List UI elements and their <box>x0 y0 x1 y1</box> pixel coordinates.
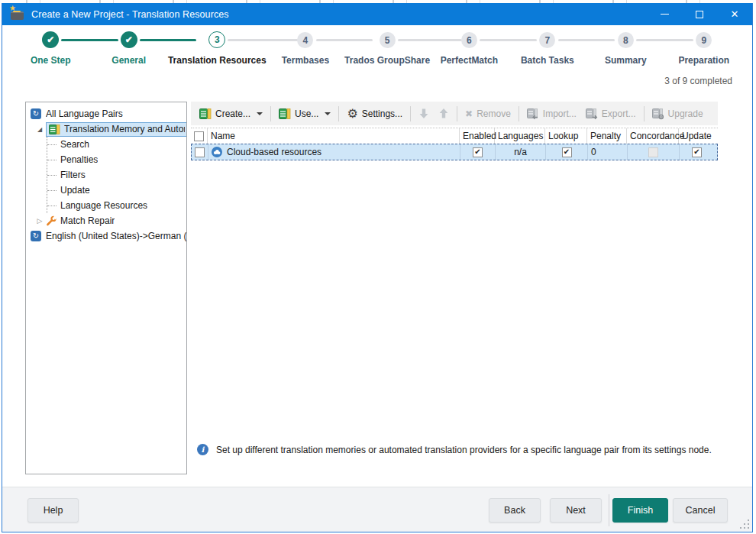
column-header-penalty[interactable]: Penalty <box>587 128 627 144</box>
resource-name: Cloud-based resources <box>227 147 321 157</box>
update-checkbox[interactable] <box>692 147 702 157</box>
wizard-step-termbases[interactable]: 4 Termbases <box>267 31 344 66</box>
finish-button[interactable]: Finish <box>612 498 668 523</box>
row-select-checkbox[interactable] <box>195 147 205 157</box>
minimize-button[interactable] <box>647 3 682 25</box>
expand-collapsed-icon[interactable]: ▷ <box>36 217 44 225</box>
lookup-checkbox[interactable] <box>562 147 572 157</box>
table-header-row: Name Enabled Languages Lookup Penalty Co… <box>191 128 718 144</box>
footer-divider <box>609 494 609 526</box>
toolbar-separator <box>644 106 645 121</box>
help-button[interactable]: Help <box>27 498 79 523</box>
step-completed-check-icon: ✔ <box>42 31 59 48</box>
move-up-button[interactable] <box>434 105 454 121</box>
arrow-down-icon <box>418 108 429 119</box>
maximize-button[interactable] <box>682 3 717 25</box>
info-icon: i <box>197 444 208 455</box>
maximize-icon <box>696 11 703 18</box>
titlebar: ★ Create a New Project - Translation Res… <box>2 3 752 25</box>
remove-button[interactable]: ✖ Remove <box>460 106 515 121</box>
toolbar-separator <box>338 106 339 121</box>
minimize-icon <box>661 14 669 15</box>
wizard-step-batch-tasks[interactable]: 7 Batch Tasks <box>509 31 586 66</box>
wizard-step-summary[interactable]: 8 Summary <box>586 31 664 66</box>
tree-item-penalties[interactable]: Penalties <box>47 152 186 167</box>
database-import-icon <box>527 108 539 120</box>
step-number: 4 <box>297 32 313 48</box>
gear-icon: ⚙ <box>347 108 357 120</box>
step-number: 5 <box>380 32 396 48</box>
settings-button[interactable]: ⚙ Settings... <box>342 105 407 122</box>
import-button[interactable]: Import... <box>522 105 581 122</box>
cancel-button[interactable]: Cancel <box>673 498 728 523</box>
collapse-expanded-icon[interactable]: ◢ <box>36 126 44 133</box>
resize-grip-icon[interactable] <box>738 518 749 529</box>
column-header-enabled[interactable]: Enabled <box>460 128 495 144</box>
column-header-name[interactable]: Name <box>208 128 460 144</box>
toolbar-separator <box>519 106 519 121</box>
progress-status: 3 of 9 completed <box>664 76 732 86</box>
chevron-down-icon <box>325 112 331 115</box>
export-button[interactable]: Export... <box>581 105 641 122</box>
close-icon: ✕ <box>731 9 739 19</box>
cloud-icon <box>212 147 222 157</box>
step-number: 9 <box>696 32 712 48</box>
translation-resources-panel: Create... Use... ⚙ Settings... <box>191 102 718 160</box>
settings-tree-panel: ↻ All Language Pairs ◢ Translation Memor… <box>25 102 187 474</box>
table-row-cloud-resources[interactable]: Cloud-based resources n/a 0 <box>191 144 718 160</box>
toolbar-separator <box>457 106 457 121</box>
chevron-down-icon <box>257 112 263 115</box>
database-upgrade-icon <box>652 108 664 120</box>
tree-item-language-pair-en-de[interactable]: ↻ English (United States)->German (Ge <box>26 228 186 244</box>
arrow-up-icon <box>438 108 449 119</box>
tree-item-language-resources[interactable]: Language Resources <box>47 198 186 213</box>
tree-children-group: Search Penalties Filters Update Language… <box>47 137 186 213</box>
step-number: 6 <box>461 32 477 48</box>
tree-item-search[interactable]: Search <box>47 137 186 152</box>
trados-project-icon: ★ <box>11 9 24 20</box>
upgrade-button[interactable]: Upgrade <box>648 105 708 122</box>
wizard-step-one-step[interactable]: ✔ One Step <box>11 31 89 66</box>
tree-item-translation-memory[interactable]: ◢ Translation Memory and Automa <box>26 121 186 137</box>
close-button[interactable]: ✕ <box>717 3 752 25</box>
column-header-languages[interactable]: Languages <box>495 128 545 144</box>
languages-value: n/a <box>496 144 546 160</box>
penalty-value[interactable]: 0 <box>588 144 628 160</box>
step-number: 7 <box>539 32 555 48</box>
wizard-step-perfectmatch[interactable]: 6 PerfectMatch <box>430 31 508 66</box>
dialog-footer: Help Back Next Finish Cancel <box>2 487 752 532</box>
step-number: 8 <box>618 32 634 48</box>
column-header-lookup[interactable]: Lookup <box>545 128 587 144</box>
back-button[interactable]: Back <box>489 498 541 523</box>
wizard-step-general[interactable]: ✔ General <box>89 31 167 66</box>
next-button[interactable]: Next <box>550 498 602 523</box>
window-title: Create a New Project - Translation Resou… <box>31 9 229 20</box>
toolbar-separator <box>270 106 271 121</box>
wizard-step-preparation[interactable]: 9 Preparation <box>665 31 743 66</box>
wizard-step-trados-groupshare[interactable]: 5 Trados GroupShare <box>344 31 430 66</box>
step-completed-check-icon: ✔ <box>121 31 137 48</box>
wizard-step-translation-resources[interactable]: 3 Translation Resources <box>168 31 267 66</box>
info-line: i Set up different translation memories … <box>197 444 712 455</box>
translation-memory-icon <box>49 124 60 135</box>
use-button[interactable]: Use... <box>274 105 335 122</box>
create-new-project-dialog: ★ Create a New Project - Translation Res… <box>2 3 753 532</box>
info-text: Set up different translation memories or… <box>216 445 712 455</box>
tree-item-filters[interactable]: Filters <box>47 167 186 183</box>
tree-selection-highlight: Translation Memory and Automa <box>46 122 187 137</box>
tree-item-all-language-pairs[interactable]: ↻ All Language Pairs <box>26 106 186 121</box>
column-header-concordance[interactable]: Concordance <box>627 128 679 144</box>
resources-table: Name Enabled Languages Lookup Penalty Co… <box>191 128 718 160</box>
tree-item-update[interactable]: Update <box>47 183 186 198</box>
move-down-button[interactable] <box>414 105 434 121</box>
tree-item-match-repair[interactable]: ▷ Match Repair <box>26 213 186 228</box>
create-button[interactable]: Create... <box>195 105 267 122</box>
translation-memory-icon <box>279 108 291 120</box>
column-header-update[interactable]: Update <box>679 128 713 144</box>
database-export-icon <box>586 108 598 120</box>
concordance-checkbox <box>648 147 658 157</box>
step-number: 3 <box>208 31 225 48</box>
select-all-checkbox[interactable] <box>194 131 204 141</box>
resources-toolbar: Create... Use... ⚙ Settings... <box>191 102 718 125</box>
enabled-checkbox[interactable] <box>473 147 483 157</box>
